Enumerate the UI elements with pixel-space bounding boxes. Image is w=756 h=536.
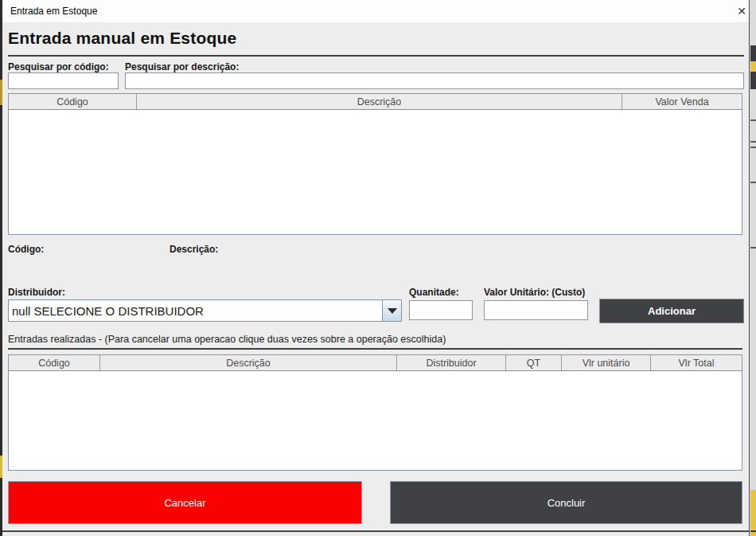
selected-code-label: Código:: [8, 244, 44, 255]
search-desc-input[interactable]: [125, 72, 744, 89]
search-code-input[interactable]: [8, 72, 119, 89]
sliver-segment: [750, 72, 756, 89]
add-button[interactable]: Adicionar: [599, 299, 744, 323]
column-header-qt[interactable]: QT: [506, 355, 562, 370]
entries-table-header: Código Descrição Distribuidor QT Vlr uni…: [9, 355, 742, 371]
products-table-header: Código Descrição Valor Venda: [9, 94, 742, 110]
quantity-label: Quanitade:: [409, 287, 459, 298]
sliver-segment: [750, 45, 756, 61]
sliver-line: [750, 182, 756, 183]
sliver-line: [750, 147, 756, 148]
sliver-line: [750, 119, 756, 121]
heading-separator: [8, 55, 744, 57]
title-bar: Entrada em Estoque: [2, 0, 749, 22]
combo-arrow-button[interactable]: [382, 300, 401, 321]
entries-table-body[interactable]: [9, 371, 742, 470]
column-header-codigo[interactable]: Código: [9, 94, 137, 109]
cancel-button[interactable]: Cancelar: [8, 481, 362, 524]
entries-separator: [8, 348, 742, 350]
background-window-sliver-right: [749, 0, 756, 536]
sliver-line: [750, 141, 756, 143]
search-code-label: Pesquisar por código:: [8, 61, 109, 72]
column-header-codigo[interactable]: Código: [9, 355, 100, 370]
products-table-body[interactable]: [9, 110, 742, 234]
column-header-descricao[interactable]: Descrição: [137, 94, 622, 109]
entrada-em-estoque-dialog: Entrada em Estoque ✕ Entrada manual em E…: [0, 0, 756, 536]
entries-table: Código Descrição Distribuidor QT Vlr uni…: [8, 354, 742, 471]
search-desc-label: Pesquisar por descrição:: [125, 61, 239, 72]
chevron-down-icon: [388, 308, 397, 314]
column-header-valor-venda[interactable]: Valor Venda: [622, 94, 742, 109]
unit-value-label: Valor Unitário: (Custo): [484, 287, 585, 298]
column-header-vlr-unitario[interactable]: Vlr unitário: [562, 355, 651, 370]
sliver-segment: [750, 490, 756, 536]
window-bottom-border: [2, 530, 749, 532]
window-title: Entrada em Estoque: [10, 6, 97, 17]
distributor-selected-value: null SELECIONE O DISTRIBUIDOR: [9, 300, 382, 321]
page-title: Entrada manual em Estoque: [8, 29, 236, 48]
column-header-distribuidor[interactable]: Distribuidor: [397, 355, 506, 370]
close-icon[interactable]: ✕: [732, 2, 751, 21]
column-header-vlr-total[interactable]: Vlr Total: [651, 355, 742, 370]
sliver-segment: [750, 61, 756, 72]
distributor-label: Distribuidor:: [8, 287, 65, 298]
unit-value-input[interactable]: [484, 300, 588, 320]
sliver-line: [750, 247, 756, 248]
quantity-input[interactable]: [409, 300, 473, 320]
column-header-descricao[interactable]: Descrição: [100, 355, 397, 370]
products-table: Código Descrição Valor Venda: [8, 93, 742, 235]
sliver-line: [750, 530, 756, 532]
distributor-select[interactable]: null SELECIONE O DISTRIBUIDOR: [8, 299, 402, 322]
selected-desc-label: Descrição:: [170, 244, 218, 255]
confirm-button[interactable]: Concluir: [390, 481, 742, 524]
entries-caption: Entradas realizadas - (Para cancelar uma…: [8, 334, 446, 345]
